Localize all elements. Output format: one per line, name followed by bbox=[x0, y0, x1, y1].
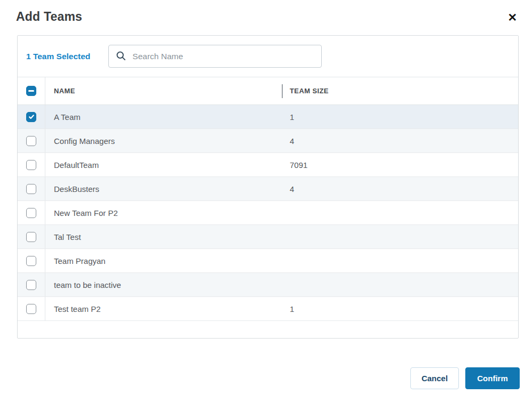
close-icon[interactable]: ✕ bbox=[506, 10, 518, 25]
table-row[interactable]: DefaultTeam7091 bbox=[18, 153, 518, 177]
row-checkbox[interactable] bbox=[26, 256, 36, 266]
row-checkbox-cell bbox=[18, 273, 45, 296]
row-checkbox-cell bbox=[18, 153, 45, 176]
search-input[interactable] bbox=[108, 45, 322, 68]
row-checkbox-cell bbox=[18, 105, 45, 128]
cancel-button[interactable]: Cancel bbox=[410, 367, 459, 389]
team-size: 4 bbox=[282, 184, 518, 194]
row-checkbox-cell bbox=[18, 249, 45, 272]
team-size: 7091 bbox=[282, 160, 518, 170]
row-checkbox-cell bbox=[18, 129, 45, 152]
row-checkbox[interactable] bbox=[26, 304, 36, 314]
column-divider bbox=[282, 84, 283, 98]
row-checkbox-cell bbox=[18, 225, 45, 248]
row-checkbox[interactable] bbox=[26, 184, 36, 194]
team-name: DeskBusters bbox=[45, 184, 282, 194]
table-body: A Team1Config Managers4DefaultTeam7091De… bbox=[18, 105, 518, 321]
row-checkbox[interactable] bbox=[26, 160, 36, 170]
search-box bbox=[108, 45, 322, 68]
team-name: Tal Test bbox=[45, 232, 282, 242]
table-row[interactable]: Test team P21 bbox=[18, 297, 518, 321]
row-checkbox-cell bbox=[18, 297, 45, 320]
row-checkbox-cell bbox=[18, 201, 45, 224]
table-row[interactable]: New Team For P2 bbox=[18, 201, 518, 225]
team-size: 1 bbox=[282, 304, 518, 313]
selected-count-label: 1 Team Selected bbox=[26, 52, 90, 61]
team-name: Config Managers bbox=[45, 136, 282, 146]
table-row[interactable]: A Team1 bbox=[18, 105, 518, 129]
team-name: Test team P2 bbox=[45, 304, 282, 313]
table-row[interactable]: Team Pragyan bbox=[18, 249, 518, 273]
modal-header: Add Teams ✕ bbox=[0, 0, 532, 25]
page-title: Add Teams bbox=[16, 9, 82, 24]
team-size: 1 bbox=[282, 112, 518, 122]
table-filler-row bbox=[18, 321, 518, 337]
team-name: team to be inactive bbox=[45, 280, 282, 290]
column-header-team-size: TEAM SIZE bbox=[290, 87, 329, 95]
teams-panel: 1 Team Selected NAME TEAM SIZE A Team1Co… bbox=[17, 35, 519, 339]
row-checkbox-cell bbox=[18, 177, 45, 200]
column-header-name-cell[interactable]: NAME bbox=[45, 87, 282, 95]
row-checkbox[interactable] bbox=[26, 280, 36, 290]
select-all-cell bbox=[18, 77, 45, 104]
row-checkbox[interactable] bbox=[26, 208, 36, 218]
row-checkbox[interactable] bbox=[26, 112, 36, 122]
toolbar: 1 Team Selected bbox=[18, 36, 518, 77]
team-name: DefaultTeam bbox=[45, 160, 282, 170]
table-header-row: NAME TEAM SIZE bbox=[18, 77, 518, 105]
row-checkbox[interactable] bbox=[26, 232, 36, 242]
team-name: New Team For P2 bbox=[45, 208, 282, 218]
table-row[interactable]: DeskBusters4 bbox=[18, 177, 518, 201]
row-checkbox[interactable] bbox=[26, 136, 36, 146]
team-size: 4 bbox=[282, 136, 518, 146]
column-header-team-size-cell[interactable]: TEAM SIZE bbox=[282, 87, 518, 95]
select-all-checkbox[interactable] bbox=[26, 86, 36, 96]
team-name: Team Pragyan bbox=[45, 256, 282, 266]
confirm-button[interactable]: Confirm bbox=[465, 367, 520, 389]
column-header-name: NAME bbox=[54, 87, 75, 95]
indeterminate-dash-icon bbox=[28, 90, 34, 92]
team-name: A Team bbox=[45, 112, 282, 122]
table-row[interactable]: team to be inactive bbox=[18, 273, 518, 297]
modal-footer: Cancel Confirm bbox=[410, 367, 520, 389]
checkmark-icon bbox=[28, 114, 35, 120]
table-row[interactable]: Config Managers4 bbox=[18, 129, 518, 153]
table-row[interactable]: Tal Test bbox=[18, 225, 518, 249]
